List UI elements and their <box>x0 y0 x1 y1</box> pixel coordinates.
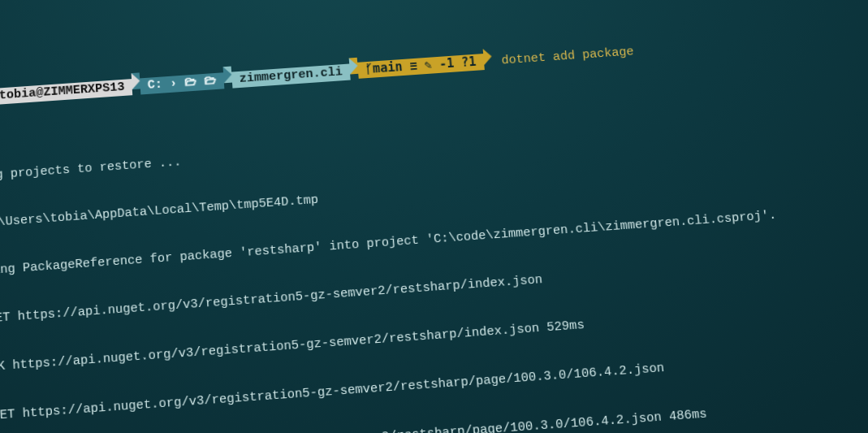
prompt-project-seg: zimmergren.cli <box>231 63 351 88</box>
terminal-window[interactable]: >_ Windows PowerShell tobia@ZIMMERXPS13C… <box>0 0 868 433</box>
chevron-right-icon <box>223 67 232 84</box>
prompt-user-seg: tobia@ZIMMERXPS13 <box>0 79 132 105</box>
prompt-branch-seg: ᚶmain ≡ ✎ -1 ?1 <box>357 54 484 79</box>
prompt-path-seg: C: › 🗁 🗁 <box>140 72 224 94</box>
command-text: dotnet add package <box>501 45 634 67</box>
prompt-line: tobia@ZIMMERXPS13C: › 🗁 🗁zimmergren.cliᚶ… <box>0 0 868 125</box>
terminal-content: tobia@ZIMMERXPS13C: › 🗁 🗁zimmergren.cliᚶ… <box>0 0 868 433</box>
chevron-right-icon <box>132 72 140 89</box>
chevron-right-icon <box>482 48 492 65</box>
